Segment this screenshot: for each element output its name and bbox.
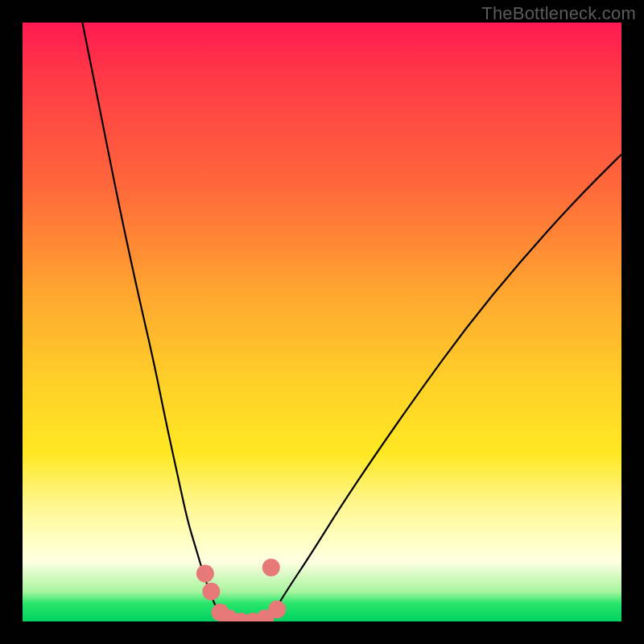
chart-frame: TheBottleneck.com <box>0 0 644 644</box>
curve-path-group <box>82 23 621 621</box>
data-marker <box>202 583 220 601</box>
curve-svg <box>23 23 621 621</box>
data-marker <box>262 559 280 576</box>
marker-group <box>196 559 286 621</box>
curve-path <box>82 23 621 621</box>
plot-area <box>23 23 621 621</box>
data-marker <box>196 565 214 583</box>
data-marker <box>268 601 286 618</box>
watermark-text: TheBottleneck.com <box>481 3 636 24</box>
